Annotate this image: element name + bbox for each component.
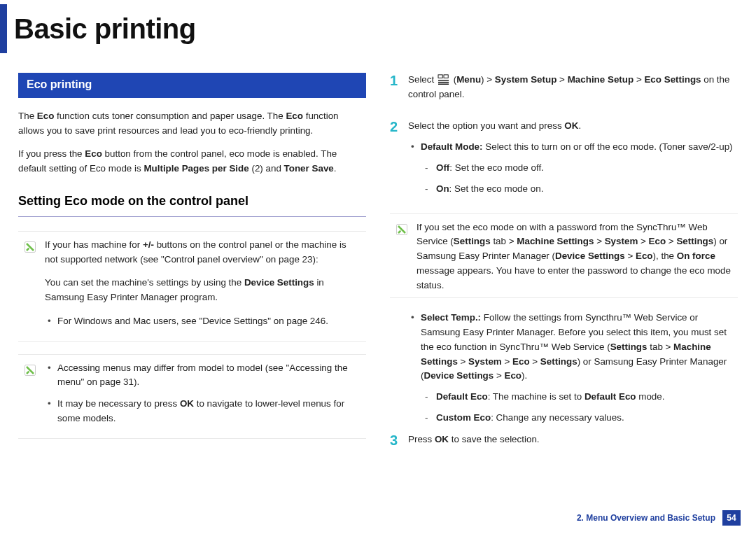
step2-dash-default-eco: Default Eco: The machine is set to Defau… (421, 390, 738, 405)
note-box-3: If you set the eco mode on with a passwo… (390, 213, 738, 299)
text-bold: Default Mode: (421, 141, 483, 152)
text-bold: Machine Setup (568, 74, 634, 85)
text: > (625, 251, 636, 261)
text: If you press the (18, 148, 85, 159)
note2-bullet1: Accessing menus may differ from model to… (45, 361, 359, 391)
intro-paragraph-1: The Eco function cuts toner consumption … (18, 109, 366, 139)
text: Select (408, 74, 437, 85)
text: If your has machine for (45, 239, 143, 250)
text: ( (451, 74, 456, 85)
text: : The machine is set to (488, 391, 584, 402)
text-bold: +/- (143, 239, 154, 250)
text-bold: Eco (636, 251, 653, 261)
text-bold: Machine Settings (517, 236, 594, 246)
text: > (530, 356, 540, 367)
text-bold: Default Eco (436, 391, 488, 402)
text: > (594, 236, 604, 246)
footer-page-number: 54 (722, 510, 741, 526)
note3-text: If you set the eco mode on with a passwo… (416, 220, 731, 293)
text: tab > (648, 342, 674, 352)
text-bold: Eco (37, 111, 55, 121)
text-bold: OK (435, 434, 449, 444)
text: tab > (491, 236, 517, 246)
step2-bullet-default-mode: Default Mode: Select this to turn on or … (408, 140, 738, 196)
step-1: 1 Select (Menu) > System Setup > Machine… (390, 73, 738, 109)
note-icon (394, 222, 410, 237)
page-footer: 2. Menu Overview and Basic Setup 54 (577, 510, 741, 526)
step2-bullet-select-temp: Select Temp.: Follow the settings from S… (408, 311, 738, 425)
text: (2) and (249, 163, 284, 174)
step-number: 2 (390, 119, 408, 204)
text: . (334, 163, 337, 174)
text: It may be necessary to press (57, 398, 180, 409)
step2-dash-on: On: Set the eco mode on. (421, 182, 738, 197)
text: message appears. You have to enter the p… (416, 265, 731, 290)
subheading-setting-eco: Setting Eco mode on the control panel (18, 192, 366, 217)
step-3: 3 Press OK to save the selection. (390, 433, 738, 454)
text: : Change any necessary values. (491, 412, 624, 423)
step2-continued: Select Temp.: Follow the settings from S… (408, 311, 738, 425)
text: ). (522, 370, 527, 381)
text: ), the (653, 251, 677, 261)
step-2: 2 Select the option you want and press O… (390, 119, 738, 204)
step3-text: Press OK to save the selection. (408, 433, 738, 447)
svg-rect-2 (438, 75, 442, 78)
text: Select this to turn on or off the eco mo… (483, 141, 733, 152)
page-title: Basic printing (14, 4, 196, 53)
text-bold: Settings (610, 342, 648, 352)
text-bold: Eco (85, 148, 102, 159)
text-bold: Off (436, 162, 449, 173)
text-bold: Device Settings (244, 277, 314, 288)
text: : Set the eco mode off. (449, 162, 544, 173)
note1-p1: If your has machine for +/- buttons on t… (45, 238, 359, 267)
text-bold: On (436, 183, 449, 194)
text-bold: Custom Eco (436, 412, 491, 423)
note-box-2: Accessing menus may differ from model to… (18, 354, 366, 439)
note-icon (22, 363, 38, 378)
menu-icon (438, 74, 450, 85)
step2-dash-off: Off: Set the eco mode off. (421, 161, 738, 176)
step-number: 3 (390, 433, 408, 454)
text-bold: Default Eco (584, 391, 636, 402)
text-bold: Settings (454, 236, 491, 246)
text-bold: System (468, 356, 502, 367)
svg-rect-3 (444, 75, 448, 78)
text: Select the option you want and press (408, 120, 564, 131)
text-bold: Multiple Pages per Side (144, 163, 248, 174)
text: > (493, 370, 504, 381)
text-bold: Toner Save (284, 163, 334, 174)
text-bold: Device Settings (424, 370, 493, 381)
footer-chapter: 2. Menu Overview and Basic Setup (577, 512, 715, 525)
step1-text: Select (Menu) > System Setup > Machine S… (408, 73, 738, 102)
text: . (578, 120, 581, 131)
text: ) > (481, 74, 495, 85)
text: > (458, 356, 468, 367)
note-icon (22, 239, 38, 255)
left-column: Eco printing The Eco function cuts toner… (18, 73, 366, 464)
step-number: 1 (390, 73, 408, 109)
note1-p2: You can set the machine's settings by us… (45, 276, 359, 305)
text-bold: Eco (286, 111, 303, 121)
page-title-wrap: Basic printing (0, 4, 756, 53)
text: function cuts toner consumption and pape… (54, 111, 286, 121)
text-bold: Eco (649, 236, 666, 246)
text-bold: Eco Settings (644, 74, 701, 85)
text-bold: Eco (512, 356, 530, 367)
text: > (556, 74, 567, 85)
note2-bullet2: It may be necessary to press OK to navig… (45, 397, 359, 426)
text: > (502, 356, 512, 367)
text-bold: OK (180, 398, 194, 409)
text-bold: Eco (504, 370, 522, 381)
title-accent-bar (0, 4, 7, 53)
text: : Set the eco mode on. (449, 183, 544, 194)
text: > (638, 236, 648, 246)
note1-bullet: For Windows and Mac users, see "Device S… (45, 314, 359, 329)
text: > (666, 236, 676, 246)
text-bold: Menu (456, 74, 481, 85)
intro-paragraph-2: If you press the Eco button from the con… (18, 147, 366, 176)
text: The (18, 111, 37, 121)
step2-text: Select the option you want and press OK. (408, 119, 738, 134)
text: to save the selection. (449, 434, 540, 444)
text: mode. (636, 391, 665, 402)
text: > (634, 74, 644, 85)
